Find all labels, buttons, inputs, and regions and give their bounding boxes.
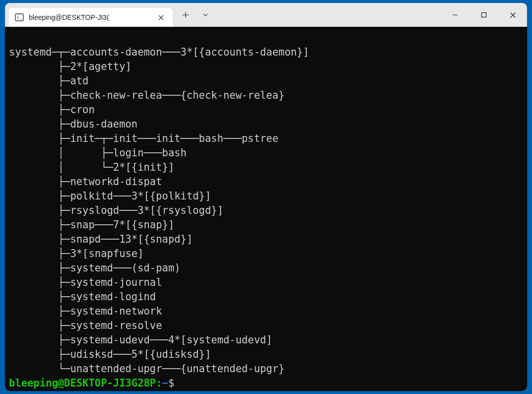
pstree-line: ├─systemd-network: [9, 305, 162, 317]
minimize-button[interactable]: [441, 3, 469, 27]
close-icon: [158, 15, 164, 20]
window-close-button[interactable]: [498, 3, 527, 27]
maximize-button[interactable]: [469, 3, 498, 27]
pstree-line: ├─atd: [9, 75, 88, 87]
pstree-line: ├─cron: [9, 104, 95, 116]
titlebar[interactable]: >_ bleeping@DESKTOP-JI3(: [5, 3, 527, 27]
pstree-line: ├─dbus-daemon: [9, 118, 137, 130]
pstree-line: │ ├─login───bash: [9, 147, 187, 159]
prompt-symbol: $: [168, 377, 174, 389]
pstree-line: ├─check-new-relea───{check-new-relea}: [9, 89, 284, 101]
pstree-line: ├─systemd───(sd-pam): [9, 262, 181, 274]
svg-rect-7: [482, 13, 486, 17]
chevron-down-icon: [202, 12, 208, 18]
pstree-line: └─unattended-upgr───{unattended-upgr}: [9, 363, 284, 375]
terminal-viewport[interactable]: systemd─┬─accounts-daemon───3*[{accounts…: [5, 27, 527, 391]
terminal-icon: >_: [15, 13, 24, 22]
maximize-icon: [481, 12, 487, 18]
pstree-line: ├─snap───7*[{snap}]: [9, 219, 174, 231]
pstree-line: systemd─┬─accounts-daemon───3*[{accounts…: [9, 46, 309, 58]
pstree-line: ├─polkitd───3*[{polkitd}]: [9, 190, 211, 202]
tab-dropdown-button[interactable]: [196, 3, 215, 27]
window-controls: [441, 3, 527, 27]
pstree-line: ├─systemd-resolve: [9, 320, 162, 331]
prompt-path: ~: [162, 377, 168, 389]
tab-active[interactable]: >_ bleeping@DESKTOP-JI3(: [9, 8, 173, 27]
titlebar-drag-area[interactable]: [215, 3, 441, 27]
tab-title: bleeping@DESKTOP-JI3(: [29, 13, 151, 21]
pstree-line: ├─systemd-logind: [9, 291, 156, 303]
close-icon: [510, 12, 516, 18]
tab-close-button[interactable]: [156, 12, 166, 22]
pstree-line: ├─udisksd───5*[{udisksd}]: [9, 348, 211, 360]
prompt-separator: :: [156, 377, 162, 389]
pstree-line: ├─2*[agetty]: [9, 61, 132, 72]
plus-icon: [182, 11, 189, 18]
new-tab-button[interactable]: [176, 3, 196, 27]
pstree-output: systemd─┬─accounts-daemon───3*[{accounts…: [9, 45, 523, 391]
minimize-icon: [452, 12, 458, 18]
pstree-line: ├─3*[snapfuse]: [9, 248, 144, 260]
pstree-line: ├─systemd-journal: [9, 276, 162, 288]
terminal-window: >_ bleeping@DESKTOP-JI3(: [5, 3, 527, 391]
pstree-line: ├─rsyslogd───3*[{rsyslogd}]: [9, 204, 223, 216]
pstree-line: ├─snapd───13*[{snapd}]: [9, 233, 193, 245]
svg-text:>_: >_: [17, 15, 22, 20]
pstree-line: │ └─2*[{init}]: [9, 161, 174, 173]
pstree-line: ├─init─┬─init───init───bash───pstree: [9, 132, 278, 144]
pstree-line: ├─networkd-dispat: [9, 176, 162, 188]
tab-strip: >_ bleeping@DESKTOP-JI3(: [5, 3, 173, 27]
prompt-user-host: bleeping@DESKTOP-JI3G28P: [9, 377, 156, 389]
pstree-line: ├─systemd-udevd───4*[systemd-udevd]: [9, 334, 272, 346]
